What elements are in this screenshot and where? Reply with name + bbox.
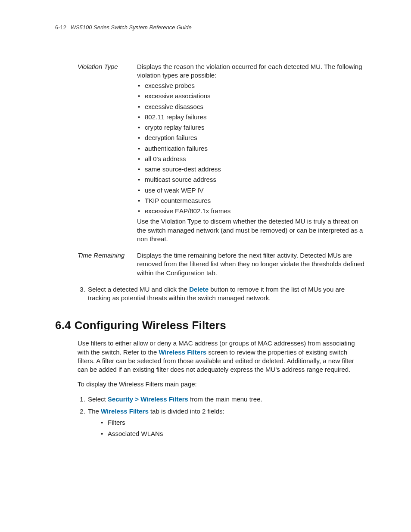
list-item: excessive disassocs xyxy=(137,103,364,111)
text-run: tab is divided into 2 fields: xyxy=(149,408,224,415)
list-item: decryption failures xyxy=(137,134,364,142)
section-number: 6.4 xyxy=(55,319,71,332)
list-item: TKIP countermeasures xyxy=(137,196,364,205)
doc-title: WS5100 Series Switch System Reference Gu… xyxy=(71,24,192,31)
list-item: same source-dest address xyxy=(137,165,364,174)
definition-row-violation-type: Violation Type Displays the reason the v… xyxy=(78,62,364,246)
definition-text: Displays the time remaining before the n… xyxy=(137,251,364,277)
definition-body: Displays the time remaining before the n… xyxy=(137,245,364,279)
definition-body: Displays the reason the violation occurr… xyxy=(137,62,364,246)
running-header: 6-12 WS5100 Series Switch System Referen… xyxy=(55,24,364,31)
tab-name: Wireless Filters xyxy=(101,408,149,415)
definition-outro: Use the Violation Type to discern whethe… xyxy=(137,217,364,243)
procedure-steps: Select Security > Wireless Filters from … xyxy=(78,395,364,439)
text-run: Select xyxy=(88,395,108,403)
section-heading: 6.4Configuring Wireless Filters xyxy=(55,318,364,333)
definition-label: Time Remaining xyxy=(78,245,137,279)
wireless-filters-link: Wireless Filters xyxy=(159,348,206,356)
step-item: Select Security > Wireless Filters from … xyxy=(87,395,364,404)
page-container: 6-12 WS5100 Series Switch System Referen… xyxy=(0,0,411,532)
definition-row-time-remaining: Time Remaining Displays the time remaini… xyxy=(78,245,364,279)
list-item: excessive EAP/802.1x frames xyxy=(137,207,364,215)
section-title: Configuring Wireless Filters xyxy=(75,319,226,332)
sub-list: Filters Associated WLANs xyxy=(100,418,364,439)
list-item: Associated WLANs xyxy=(100,429,364,438)
definition-label: Violation Type xyxy=(78,62,137,246)
page-number: 6-12 xyxy=(55,24,66,31)
section-paragraph: Use filters to either allow or deny a MA… xyxy=(78,339,364,374)
delete-keyword: Delete xyxy=(189,286,209,293)
violation-type-list: excessive probes excessive associations … xyxy=(137,81,364,215)
text-run: from the main menu tree. xyxy=(188,395,262,403)
list-item: excessive probes xyxy=(137,81,364,90)
text-run: The xyxy=(88,408,101,415)
menu-path: Security > Wireless Filters xyxy=(108,395,188,403)
section-body: Use filters to either allow or deny a MA… xyxy=(78,339,364,438)
definition-intro: Displays the reason the violation occurr… xyxy=(137,62,364,80)
step-text-pre: Select a detected MU and click the xyxy=(88,286,189,293)
list-item: use of weak WEP IV xyxy=(137,186,364,195)
list-item: multicast source address xyxy=(137,175,364,184)
definition-table: Violation Type Displays the reason the v… xyxy=(78,62,364,279)
list-item: 802.11 replay failures xyxy=(137,113,364,121)
list-item: crypto replay failures xyxy=(137,123,364,132)
section-paragraph: To display the Wireless Filters main pag… xyxy=(78,380,364,389)
list-item: authentication failures xyxy=(137,144,364,153)
step-item: Select a detected MU and click the Delet… xyxy=(87,285,364,303)
list-item: Filters xyxy=(100,418,364,427)
list-item: all 0's address xyxy=(137,155,364,163)
continued-steps: Select a detected MU and click the Delet… xyxy=(78,285,364,303)
step-item: The Wireless Filters tab is divided into… xyxy=(87,407,364,439)
list-item: excessive associations xyxy=(137,92,364,100)
